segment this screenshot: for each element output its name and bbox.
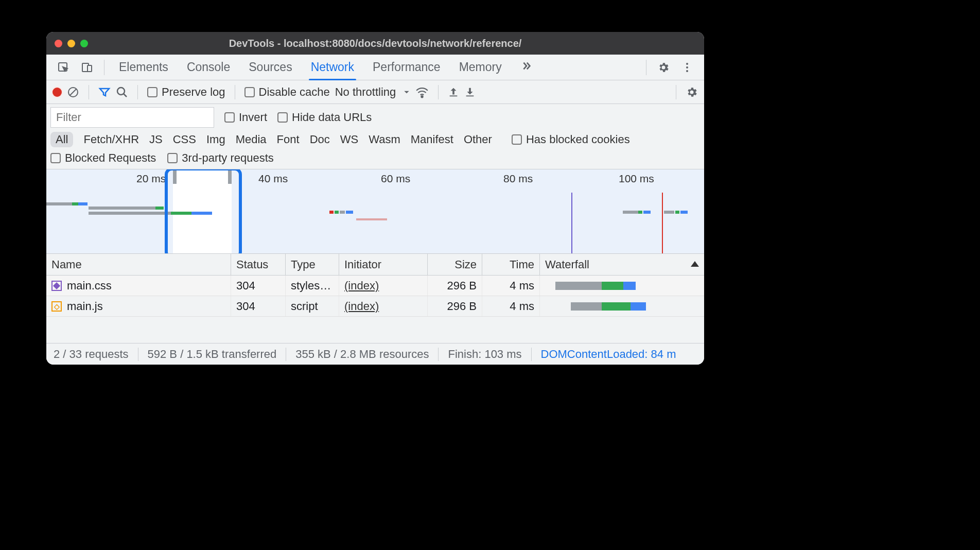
- timeline-tick: 40 ms: [258, 173, 288, 185]
- hide-data-urls-checkbox[interactable]: Hide data URLs: [277, 111, 372, 124]
- filter-type-css[interactable]: CSS: [173, 133, 196, 146]
- request-type: styles…: [285, 276, 339, 296]
- table-row[interactable]: main.css 304 styles… (index) 296 B 4 ms: [46, 276, 704, 296]
- filter-type-all[interactable]: All: [50, 132, 73, 147]
- request-name: main.js: [67, 300, 103, 313]
- timeline-selection-handle-left[interactable]: [173, 169, 177, 184]
- timeline-bar: [638, 211, 642, 214]
- request-size: 296 B: [427, 276, 482, 296]
- status-requests: 2 / 33 requests: [54, 348, 129, 361]
- request-waterfall: [539, 296, 704, 316]
- column-initiator[interactable]: Initiator: [339, 254, 427, 275]
- filter-type-manifest[interactable]: Manifest: [411, 133, 453, 146]
- status-finish: Finish: 103 ms: [448, 348, 521, 361]
- timeline-bar: [356, 218, 387, 220]
- column-type[interactable]: Type: [285, 254, 339, 275]
- filter-type-fetchxhr[interactable]: Fetch/XHR: [83, 133, 139, 146]
- timeline-bar: [623, 211, 638, 214]
- filter-type-media[interactable]: Media: [236, 133, 267, 146]
- third-party-requests-checkbox[interactable]: 3rd-party requests: [167, 151, 274, 165]
- svg-point-8: [422, 96, 423, 97]
- filter-type-font[interactable]: Font: [277, 133, 300, 146]
- network-toolbar: Preserve log Disable cache No throttling: [46, 80, 704, 104]
- settings-icon[interactable]: [655, 59, 672, 76]
- record-button[interactable]: [52, 88, 62, 97]
- inspect-element-icon[interactable]: [55, 59, 72, 76]
- svg-point-5: [686, 70, 688, 72]
- timeline-bar: [89, 207, 155, 210]
- throttling-dropdown[interactable]: No throttling: [335, 85, 411, 99]
- timeline-bar: [191, 212, 212, 215]
- timeline-bar: [72, 202, 78, 205]
- filter-type-ws[interactable]: WS: [340, 133, 358, 146]
- tab-performance[interactable]: Performance: [373, 60, 441, 74]
- timeline-bar: [171, 212, 191, 215]
- devtools-window: DevTools - localhost:8080/docs/devtools/…: [46, 32, 704, 365]
- timeline-overview[interactable]: 20 ms 40 ms 60 ms 80 ms 100 ms: [46, 169, 704, 254]
- network-settings-icon[interactable]: [686, 86, 698, 98]
- timeline-selection-handle-right[interactable]: [228, 169, 232, 184]
- download-har-icon[interactable]: [464, 87, 476, 98]
- preserve-log-checkbox[interactable]: Preserve log: [147, 85, 225, 99]
- column-status[interactable]: Status: [231, 254, 285, 275]
- timeline-bar: [46, 202, 72, 205]
- third-party-requests-label: 3rd-party requests: [182, 151, 274, 165]
- timeline-bar: [346, 211, 353, 214]
- window-title: DevTools - localhost:8080/docs/devtools/…: [46, 38, 704, 49]
- invert-label: Invert: [239, 111, 267, 124]
- filter-type-other[interactable]: Other: [464, 133, 492, 146]
- column-time[interactable]: Time: [482, 254, 539, 275]
- device-toolbar-icon[interactable]: [78, 59, 96, 76]
- filter-type-img[interactable]: Img: [206, 133, 225, 146]
- filter-input[interactable]: [50, 107, 214, 128]
- upload-har-icon[interactable]: [448, 87, 459, 98]
- hide-data-urls-label: Hide data URLs: [292, 111, 372, 124]
- column-waterfall[interactable]: Waterfall: [539, 254, 704, 275]
- blocked-requests-checkbox[interactable]: Blocked Requests: [50, 151, 156, 165]
- request-initiator-link[interactable]: (index): [344, 300, 379, 313]
- has-blocked-cookies-label: Has blocked cookies: [526, 133, 630, 146]
- column-size[interactable]: Size: [427, 254, 482, 275]
- svg-point-4: [686, 66, 688, 68]
- filter-bar: Invert Hide data URLs: [46, 104, 704, 130]
- filter-icon[interactable]: [98, 86, 111, 98]
- tab-network[interactable]: Network: [311, 60, 354, 74]
- timeline-bar: [155, 207, 164, 210]
- requests-table-body: main.css 304 styles… (index) 296 B 4 ms …: [46, 276, 704, 317]
- kebab-menu-icon[interactable]: [678, 59, 696, 76]
- filter-type-wasm[interactable]: Wasm: [369, 133, 400, 146]
- invert-checkbox[interactable]: Invert: [224, 111, 267, 124]
- timeline-tick: 60 ms: [381, 173, 410, 185]
- has-blocked-cookies-checkbox[interactable]: Has blocked cookies: [512, 133, 630, 146]
- table-row[interactable]: ◇main.js 304 script (index) 296 B 4 ms: [46, 296, 704, 317]
- disable-cache-checkbox[interactable]: Disable cache: [244, 85, 330, 99]
- filter-options-row: Blocked Requests 3rd-party requests: [46, 149, 704, 169]
- blocked-requests-label: Blocked Requests: [65, 151, 156, 165]
- timeline-bar: [675, 211, 679, 214]
- request-size: 296 B: [427, 296, 482, 316]
- tab-more-icon[interactable]: [520, 60, 532, 74]
- tab-console[interactable]: Console: [187, 60, 230, 74]
- clear-icon[interactable]: [67, 86, 79, 98]
- filter-type-doc[interactable]: Doc: [310, 133, 330, 146]
- timeline-bar: [340, 211, 345, 214]
- tab-elements[interactable]: Elements: [119, 60, 168, 74]
- timeline-tick: 80 ms: [503, 173, 533, 185]
- timeline-bar: [89, 212, 171, 215]
- column-waterfall-label: Waterfall: [545, 258, 589, 271]
- request-name: main.css: [67, 279, 112, 293]
- filter-type-js[interactable]: JS: [149, 133, 163, 146]
- timeline-bar: [335, 211, 339, 214]
- timeline-tick: 20 ms: [136, 173, 166, 185]
- column-name[interactable]: Name: [46, 254, 231, 275]
- tab-memory[interactable]: Memory: [459, 60, 502, 74]
- search-icon[interactable]: [116, 86, 128, 98]
- request-time: 4 ms: [482, 296, 539, 316]
- stylesheet-file-icon: [51, 281, 62, 291]
- network-conditions-icon[interactable]: [415, 85, 429, 99]
- request-initiator-link[interactable]: (index): [344, 279, 379, 293]
- request-waterfall: [539, 276, 704, 296]
- status-resources: 355 kB / 2.8 MB resources: [295, 348, 429, 361]
- titlebar: DevTools - localhost:8080/docs/devtools/…: [46, 32, 704, 55]
- tab-sources[interactable]: Sources: [249, 60, 292, 74]
